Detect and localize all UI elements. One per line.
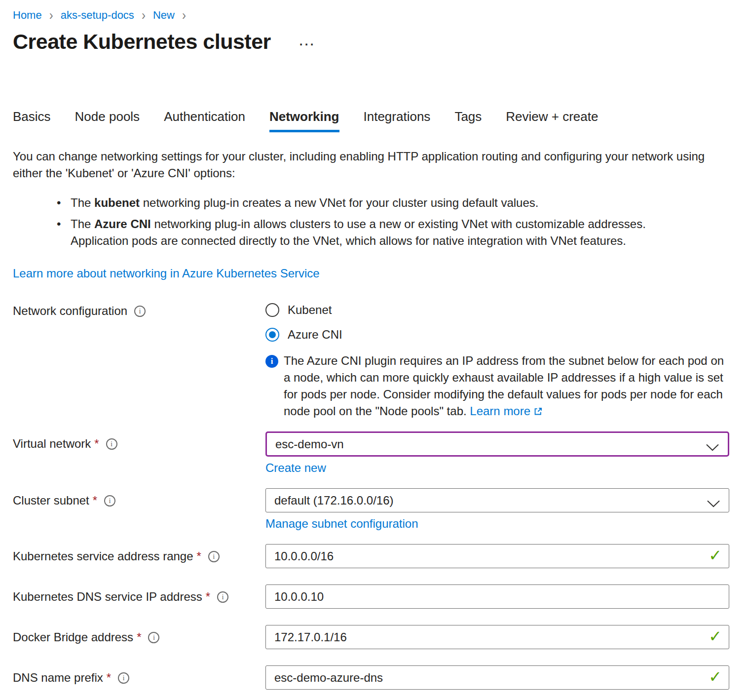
cluster-subnet-select[interactable]: default (172.16.0.0/16) bbox=[265, 488, 729, 512]
tab-integrations[interactable]: Integrations bbox=[364, 109, 431, 132]
dns-name-prefix-input[interactable]: esc-demo-azure-dns ✓ bbox=[265, 665, 729, 690]
docker-bridge-input[interactable]: 172.17.0.1/16 ✓ bbox=[265, 625, 729, 649]
required-asterisk: * bbox=[93, 494, 97, 507]
info-icon[interactable]: i bbox=[118, 672, 129, 684]
service-address-range-row: Kubernetes service address range * i 10.… bbox=[13, 544, 735, 568]
service-address-range-control: 10.0.0.0/16 ✓ bbox=[265, 544, 729, 568]
breadcrumb-home[interactable]: Home bbox=[13, 8, 42, 23]
azure-cni-info-note: i The Azure CNI plugin requires an IP ad… bbox=[265, 352, 729, 421]
tab-review-create[interactable]: Review + create bbox=[506, 109, 598, 132]
info-icon[interactable]: i bbox=[104, 495, 115, 506]
chevron-right-icon: › bbox=[142, 7, 146, 24]
required-asterisk: * bbox=[197, 549, 201, 563]
service-address-range-value: 10.0.0.0/16 bbox=[274, 549, 334, 563]
info-learn-more-link[interactable]: Learn more bbox=[470, 404, 530, 418]
tab-networking[interactable]: Networking bbox=[269, 109, 339, 132]
chevron-right-icon: › bbox=[49, 7, 53, 24]
chevron-right-icon: › bbox=[182, 7, 186, 24]
virtual-network-label-cell: Virtual network * i bbox=[13, 431, 265, 451]
tab-authentication[interactable]: Authentication bbox=[164, 109, 245, 132]
network-configuration-label: Network configuration bbox=[13, 304, 127, 318]
virtual-network-select[interactable]: esc-demo-vn bbox=[265, 431, 729, 457]
bullet-kubenet: The kubenet networking plug-in creates a… bbox=[71, 194, 654, 211]
info-icon[interactable]: i bbox=[134, 306, 146, 317]
docker-bridge-control: 172.17.0.1/16 ✓ bbox=[265, 625, 729, 649]
dns-name-prefix-control: esc-demo-azure-dns ✓ bbox=[265, 665, 729, 690]
breadcrumb-new[interactable]: New bbox=[153, 8, 175, 23]
dns-name-prefix-value: esc-demo-azure-dns bbox=[274, 671, 383, 685]
info-filled-icon: i bbox=[265, 355, 278, 368]
virtual-network-control: esc-demo-vn Create new bbox=[265, 431, 729, 475]
virtual-network-row: Virtual network * i esc-demo-vn Create n… bbox=[13, 431, 735, 475]
network-options-list: The kubenet networking plug-in creates a… bbox=[13, 194, 654, 249]
valid-check-icon: ✓ bbox=[709, 627, 722, 646]
network-configuration-row: Network configuration i Kubenet Azure CN… bbox=[13, 303, 735, 421]
dns-service-ip-row: Kubernetes DNS service IP address * i 10… bbox=[13, 584, 735, 609]
bullet-azure-cni: The Azure CNI networking plug-in allows … bbox=[71, 216, 654, 249]
info-note-text: The Azure CNI plugin requires an IP addr… bbox=[284, 352, 729, 421]
info-icon[interactable]: i bbox=[148, 632, 159, 643]
title-row: Create Kubernetes cluster ··· bbox=[13, 30, 735, 54]
required-asterisk: * bbox=[137, 630, 141, 644]
service-address-range-input[interactable]: 10.0.0.0/16 ✓ bbox=[265, 544, 729, 568]
dns-service-ip-control: 10.0.0.10 bbox=[265, 584, 729, 609]
docker-bridge-label: Docker Bridge address bbox=[13, 630, 133, 644]
more-options-icon[interactable]: ··· bbox=[299, 38, 316, 51]
network-configuration-control: Kubenet Azure CNI i The Azure CNI plugin… bbox=[265, 303, 729, 421]
dns-service-ip-value: 10.0.0.10 bbox=[274, 590, 324, 604]
breadcrumb-aks-setup-docs[interactable]: aks-setup-docs bbox=[61, 8, 134, 23]
intro-paragraph: You can change networking settings for y… bbox=[13, 148, 709, 182]
required-asterisk: * bbox=[206, 590, 210, 604]
radio-azure-cni[interactable]: Azure CNI bbox=[265, 328, 729, 342]
tab-node-pools[interactable]: Node pools bbox=[75, 109, 140, 132]
breadcrumb: Home › aks-setup-docs › New › bbox=[13, 8, 735, 23]
docker-bridge-row: Docker Bridge address * i 172.17.0.1/16 … bbox=[13, 625, 735, 649]
create-kubernetes-cluster-page: Home › aks-setup-docs › New › Create Kub… bbox=[0, 0, 748, 700]
info-icon[interactable]: i bbox=[106, 438, 117, 450]
dns-service-ip-label: Kubernetes DNS service IP address bbox=[13, 590, 202, 604]
dns-service-ip-label-cell: Kubernetes DNS service IP address * i bbox=[13, 584, 265, 604]
dns-name-prefix-label: DNS name prefix bbox=[13, 671, 103, 685]
chevron-down-icon bbox=[707, 497, 720, 510]
radio-azure-cni-label: Azure CNI bbox=[288, 328, 342, 342]
cluster-subnet-value: default (172.16.0.0/16) bbox=[274, 494, 394, 507]
service-address-range-label: Kubernetes service address range bbox=[13, 549, 193, 563]
radio-kubenet-label: Kubenet bbox=[288, 303, 332, 317]
tab-basics[interactable]: Basics bbox=[13, 109, 51, 132]
cluster-subnet-row: Cluster subnet * i default (172.16.0.0/1… bbox=[13, 488, 735, 531]
radio-kubenet[interactable]: Kubenet bbox=[265, 303, 729, 317]
service-address-range-label-cell: Kubernetes service address range * i bbox=[13, 544, 265, 563]
radio-selected-icon bbox=[265, 328, 279, 342]
chevron-down-icon bbox=[706, 440, 719, 454]
page-title: Create Kubernetes cluster bbox=[13, 30, 271, 54]
valid-check-icon: ✓ bbox=[709, 667, 722, 686]
info-icon[interactable]: i bbox=[217, 591, 228, 603]
dns-name-prefix-row: DNS name prefix * i esc-demo-azure-dns ✓ bbox=[13, 665, 735, 690]
networking-form: Network configuration i Kubenet Azure CN… bbox=[13, 303, 735, 690]
tab-bar: Basics Node pools Authentication Network… bbox=[13, 109, 735, 132]
virtual-network-label: Virtual network bbox=[13, 437, 91, 451]
manage-subnet-configuration-link[interactable]: Manage subnet configuration bbox=[265, 517, 418, 531]
virtual-network-value: esc-demo-vn bbox=[275, 437, 344, 451]
valid-check-icon: ✓ bbox=[709, 546, 722, 565]
docker-bridge-value: 172.17.0.1/16 bbox=[274, 630, 347, 644]
docker-bridge-label-cell: Docker Bridge address * i bbox=[13, 625, 265, 644]
external-link-icon bbox=[533, 404, 543, 421]
dns-service-ip-input[interactable]: 10.0.0.10 bbox=[265, 584, 729, 609]
cluster-subnet-label-cell: Cluster subnet * i bbox=[13, 488, 265, 507]
info-icon[interactable]: i bbox=[208, 551, 220, 562]
radio-unselected-icon bbox=[265, 303, 279, 317]
create-new-vnet-link[interactable]: Create new bbox=[265, 461, 326, 475]
cluster-subnet-control: default (172.16.0.0/16) Manage subnet co… bbox=[265, 488, 729, 531]
required-asterisk: * bbox=[107, 671, 111, 685]
required-asterisk: * bbox=[94, 437, 99, 451]
network-configuration-label-cell: Network configuration i bbox=[13, 303, 265, 318]
dns-name-prefix-label-cell: DNS name prefix * i bbox=[13, 665, 265, 685]
tab-tags[interactable]: Tags bbox=[454, 109, 482, 132]
learn-more-networking-link[interactable]: Learn more about networking in Azure Kub… bbox=[13, 267, 320, 280]
cluster-subnet-label: Cluster subnet bbox=[13, 494, 89, 507]
